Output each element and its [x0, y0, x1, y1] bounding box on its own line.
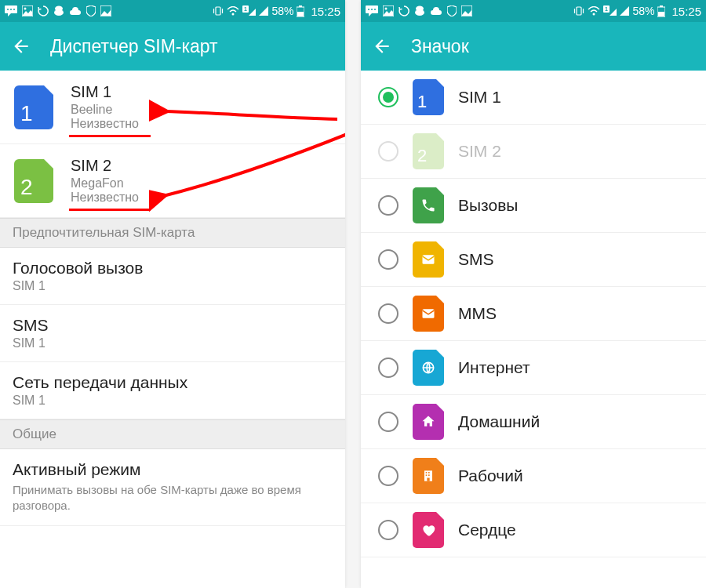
svg-rect-41: [428, 472, 430, 474]
sim2-carrier: MegaFon: [71, 176, 331, 191]
sms-value: SIM 1: [13, 336, 333, 350]
sim1-state: Неизвестно: [71, 117, 331, 131]
back-icon[interactable]: [372, 36, 392, 56]
status-icons-left-r: [366, 5, 472, 16]
radio-button[interactable]: [378, 87, 398, 107]
refresh-icon: [398, 5, 409, 16]
icon-option-3[interactable]: SMS: [361, 233, 706, 287]
radio-button[interactable]: [378, 520, 398, 540]
active-desc: Принимать вызовы на обе SIM-карты даже в…: [13, 482, 333, 514]
sim1-carrier: Beeline: [71, 103, 331, 117]
status-icons-right: 1 58% 15:25: [213, 5, 340, 18]
battery-text-r: 58%: [632, 5, 654, 17]
svg-point-23: [385, 8, 388, 10]
svg-point-25: [416, 6, 424, 12]
svg-point-21: [374, 9, 376, 10]
back-icon[interactable]: [11, 36, 31, 56]
svg-rect-43: [428, 474, 430, 476]
section-general: Общие: [0, 419, 345, 449]
status-bar: 1 58% 15:25: [0, 0, 345, 22]
section-preferred: Предпочтительная SIM-карта: [0, 218, 345, 248]
sim1-row[interactable]: 1 SIM 1 Beeline Неизвестно: [0, 71, 345, 144]
sim1-label: SIM 1: [71, 83, 331, 101]
icon-option-2[interactable]: Вызовы: [361, 179, 706, 233]
svg-rect-9: [216, 7, 220, 15]
sim1-num: 1: [20, 101, 33, 126]
sim1-icon: 1: [14, 85, 53, 129]
svg-rect-17: [297, 12, 304, 16]
app-bar: Диспетчер SIM-карт: [0, 22, 345, 71]
radio-button[interactable]: [378, 303, 398, 324]
svg-text:1: 1: [605, 6, 608, 12]
status-icons-left: [5, 5, 111, 16]
phone-icon: [413, 187, 444, 223]
icon-option-1: 2SIM 2: [361, 125, 706, 179]
radio-button: [378, 141, 398, 162]
home-icon: [413, 404, 444, 440]
svg-rect-35: [658, 12, 664, 16]
icon-option-8[interactable]: Сердце: [361, 503, 706, 557]
image-icon: [383, 5, 394, 16]
icon-option-0[interactable]: 1SIM 1: [361, 71, 706, 125]
svg-rect-40: [426, 472, 428, 474]
voice-row[interactable]: Голосовой вызов SIM 1: [0, 248, 345, 305]
battery-icon: [657, 5, 665, 17]
sim2-state: Неизвестно: [71, 191, 331, 205]
data-row[interactable]: Сеть передачи данных SIM 1: [0, 362, 345, 419]
sim2-label: SIM 2: [71, 157, 331, 175]
icon-option-label: MMS: [458, 304, 497, 323]
svg-point-19: [368, 9, 369, 10]
icon-option-label: SMS: [458, 250, 494, 269]
mms-icon: [413, 296, 444, 332]
cloud-icon: [69, 6, 82, 16]
radio-button[interactable]: [378, 358, 398, 378]
image-icon: [22, 5, 33, 16]
voice-value: SIM 1: [13, 279, 333, 293]
sim1-signal-icon: 1: [603, 5, 617, 16]
svg-rect-42: [426, 474, 428, 476]
sms-icon: [413, 241, 444, 278]
icon-option-label: Интернет: [458, 358, 530, 377]
cloud-icon: [430, 6, 442, 16]
radio-button[interactable]: [378, 195, 398, 216]
app-icon: [53, 5, 64, 16]
app-icon: [414, 5, 425, 16]
voice-title: Голосовой вызов: [13, 259, 333, 278]
battery-text: 58%: [271, 5, 293, 17]
icon-option-label: SIM 1: [458, 88, 501, 107]
icon-option-label: Домашний: [458, 412, 540, 431]
icon-options-list: 1SIM 12SIM 2ВызовыSMSMMSИнтернетДомашний…: [361, 71, 706, 588]
svg-rect-27: [577, 7, 581, 15]
content-left: 1 SIM 1 Beeline Неизвестно 2 SIM 2 MegaF…: [0, 71, 345, 588]
data-value: SIM 1: [13, 394, 333, 408]
sms-row[interactable]: SMS SIM 1: [0, 305, 345, 362]
svg-point-3: [13, 9, 15, 10]
signal-icon: [259, 6, 268, 16]
svg-point-2: [10, 9, 12, 10]
svg-rect-44: [427, 478, 429, 481]
sms-notif-icon: [5, 5, 17, 16]
svg-text:1: 1: [244, 6, 247, 12]
icon-option-5[interactable]: Интернет: [361, 341, 706, 395]
icon-option-label: Рабочий: [458, 466, 523, 485]
sim1-signal-icon: 1: [242, 5, 256, 16]
sim1-icon: 1: [413, 79, 444, 115]
icon-option-6[interactable]: Домашний: [361, 395, 706, 449]
svg-point-7: [55, 6, 63, 12]
icon-option-4[interactable]: MMS: [361, 287, 706, 341]
sms-title: SMS: [13, 316, 333, 335]
sim2-row[interactable]: 2 SIM 2 MegaFon Неизвестно: [0, 144, 345, 218]
phone-right: 1 58% 15:25 Значок 1SIM 12SIM 2ВызовыSMS…: [361, 0, 706, 588]
active-mode-row[interactable]: Активный режим Принимать вызовы на обе S…: [0, 449, 345, 526]
status-bar-right: 1 58% 15:25: [361, 0, 706, 22]
shield-icon: [447, 5, 457, 16]
image2-icon: [100, 5, 111, 16]
icon-option-7[interactable]: Рабочий: [361, 449, 706, 503]
svg-point-12: [232, 13, 235, 16]
sms-notif-icon: [366, 5, 378, 16]
radio-button[interactable]: [378, 249, 398, 270]
sim1-text: SIM 1 Beeline Неизвестно: [71, 83, 331, 131]
radio-button[interactable]: [378, 412, 398, 432]
radio-button[interactable]: [378, 466, 398, 486]
wifi-icon: [588, 6, 600, 16]
